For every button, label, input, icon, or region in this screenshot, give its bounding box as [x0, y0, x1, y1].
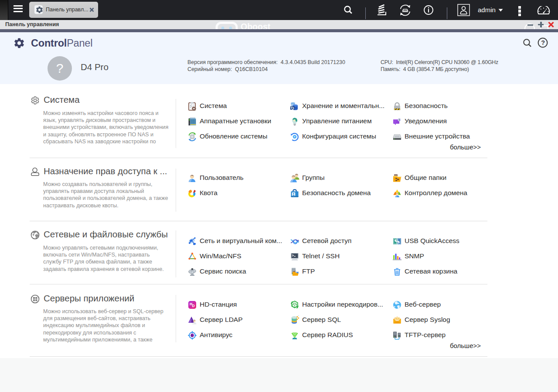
svg-text:D: D — [192, 304, 195, 308]
svg-text:?: ? — [541, 39, 545, 46]
svg-text:LOG: LOG — [396, 318, 399, 320]
